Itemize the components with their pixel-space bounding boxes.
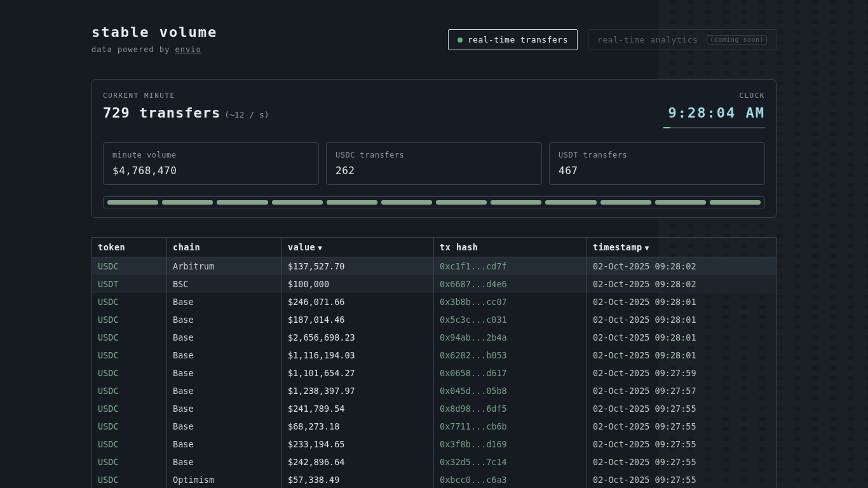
sort-descending-icon: ▼ bbox=[318, 244, 322, 252]
minute-segment bbox=[600, 200, 651, 205]
column-header-chain[interactable]: chain bbox=[167, 238, 282, 257]
chain-cell: Base bbox=[167, 453, 282, 471]
tab-realtime-transfers[interactable]: real-time transfers bbox=[448, 29, 578, 50]
txhash-cell[interactable]: 0x6687...d4e6 bbox=[434, 275, 587, 293]
timestamp-cell: 02-Oct-2025 09:27:55 bbox=[587, 471, 776, 488]
txhash-cell[interactable]: 0x0658...d617 bbox=[434, 364, 587, 382]
stat-usdc-transfers: USDC transfers 262 bbox=[326, 142, 542, 185]
view-tabs: real-time transfers real-time analytics … bbox=[448, 29, 776, 50]
minute-segment-bar bbox=[103, 196, 765, 208]
token-cell: USDC bbox=[92, 293, 167, 311]
txhash-cell[interactable]: 0x045d...05b8 bbox=[434, 382, 587, 400]
column-header-value[interactable]: value▼ bbox=[282, 238, 434, 257]
coming-soon-badge: (coming soon) bbox=[707, 35, 767, 44]
token-cell: USDC bbox=[92, 364, 167, 382]
minute-segment bbox=[491, 200, 541, 205]
txhash-cell[interactable]: 0x3f8b...d169 bbox=[434, 435, 587, 453]
value-cell: $1,238,397.97 bbox=[282, 382, 434, 400]
column-header-timestamp[interactable]: timestamp▼ bbox=[587, 238, 776, 257]
minute-segment bbox=[436, 200, 487, 205]
value-cell: $1,116,194.03 bbox=[282, 346, 434, 364]
token-cell: USDT bbox=[92, 275, 167, 293]
txhash-cell[interactable]: 0x94ab...2b4a bbox=[434, 329, 587, 346]
subtitle-text: data powered by bbox=[92, 45, 175, 54]
value-cell: $1,101,654.27 bbox=[282, 364, 434, 382]
minute-segment bbox=[545, 200, 596, 205]
timestamp-cell: 02-Oct-2025 09:28:01 bbox=[587, 293, 776, 311]
clock-block: CLOCK 9:28:04 AM bbox=[663, 92, 765, 128]
chain-cell: Base bbox=[167, 400, 282, 417]
minute-segment bbox=[272, 200, 323, 205]
minute-segment bbox=[381, 200, 432, 205]
table-row: USDCBase$1,238,397.970x045d...05b802-Oct… bbox=[92, 382, 776, 400]
transfers-table-body: USDCArbitrum$137,527.700xc1f1...cd7f02-O… bbox=[92, 257, 776, 488]
txhash-cell[interactable]: 0x3b8b...cc07 bbox=[434, 293, 587, 311]
txhash-cell[interactable]: 0x8d98...6df5 bbox=[434, 400, 587, 417]
table-row: USDCBase$1,116,194.030x6282...b05302-Oct… bbox=[92, 346, 776, 364]
txhash-cell[interactable]: 0xc1f1...cd7f bbox=[434, 257, 587, 276]
transfers-table-header: tokenchainvalue▼tx hashtimestamp▼ bbox=[92, 238, 776, 257]
chain-cell: Base bbox=[167, 293, 282, 311]
txhash-cell[interactable]: 0x6282...b053 bbox=[434, 346, 587, 364]
page: stable volume data powered by envio real… bbox=[92, 0, 776, 488]
txhash-cell[interactable]: 0x5c3c...c031 bbox=[434, 311, 587, 329]
stat-value: $4,768,470 bbox=[112, 165, 309, 177]
chain-cell: Base bbox=[167, 417, 282, 435]
transfer-count-line: 729 transfers(~12 / s) bbox=[103, 105, 269, 121]
minute-segment bbox=[217, 200, 268, 205]
table-row: USDCBase$2,656,698.230x94ab...2b4a02-Oct… bbox=[92, 329, 776, 346]
transfers-table: tokenchainvalue▼tx hashtimestamp▼ USDCAr… bbox=[92, 237, 776, 488]
stat-label: USDT transfers bbox=[559, 151, 756, 159]
timestamp-cell: 02-Oct-2025 09:27:55 bbox=[587, 417, 776, 435]
chain-cell: BSC bbox=[167, 275, 282, 293]
token-cell: USDC bbox=[92, 329, 167, 346]
tab-realtime-analytics[interactable]: real-time analytics (coming soon) bbox=[588, 29, 776, 50]
table-row: USDCBase$187,014.460x5c3c...c03102-Oct-2… bbox=[92, 311, 776, 329]
clock-time: 9:28:04 AM bbox=[663, 105, 765, 121]
table-row: USDCBase$233,194.650x3f8b...d16902-Oct-2… bbox=[92, 435, 776, 453]
chain-cell: Base bbox=[167, 346, 282, 364]
txhash-cell[interactable]: 0x7711...cb6b bbox=[434, 417, 587, 435]
minute-segment bbox=[327, 200, 377, 205]
envio-link[interactable]: envio bbox=[175, 45, 201, 54]
value-cell: $100,000 bbox=[282, 275, 434, 293]
chain-cell: Base bbox=[167, 382, 282, 400]
minute-segment bbox=[162, 200, 213, 205]
table-row: USDCBase$1,101,654.270x0658...d61702-Oct… bbox=[92, 364, 776, 382]
table-row: USDCBase$241,789.540x8d98...6df502-Oct-2… bbox=[92, 400, 776, 417]
token-cell: USDC bbox=[92, 257, 167, 276]
clock-progress-bar bbox=[663, 127, 765, 128]
stat-boxes: minute volume $4,768,470 USDC transfers … bbox=[103, 142, 765, 185]
chain-cell: Base bbox=[167, 311, 282, 329]
timestamp-cell: 02-Oct-2025 09:27:57 bbox=[587, 382, 776, 400]
topbar: stable volume data powered by envio real… bbox=[92, 24, 776, 54]
minute-segment bbox=[107, 200, 158, 205]
minute-segment bbox=[655, 200, 706, 205]
value-cell: $187,014.46 bbox=[282, 311, 434, 329]
timestamp-cell: 02-Oct-2025 09:28:02 bbox=[587, 275, 776, 293]
timestamp-cell: 02-Oct-2025 09:27:55 bbox=[587, 400, 776, 417]
stat-label: USDC transfers bbox=[336, 151, 532, 159]
chain-cell: Base bbox=[167, 329, 282, 346]
txhash-cell[interactable]: 0x32d5...7c14 bbox=[434, 453, 587, 471]
transfer-rate: (~12 / s) bbox=[224, 110, 269, 119]
clock-label: CLOCK bbox=[663, 92, 765, 100]
brand: stable volume data powered by envio bbox=[92, 24, 217, 54]
txhash-cell[interactable]: 0xbcc0...c6a3 bbox=[434, 471, 587, 488]
column-header-tx-hash[interactable]: tx hash bbox=[434, 238, 587, 257]
page-title: stable volume bbox=[92, 24, 217, 40]
chain-cell: Base bbox=[167, 364, 282, 382]
header-row: tokenchainvalue▼tx hashtimestamp▼ bbox=[92, 238, 776, 257]
table-row: USDCBase$68,273.180x7711...cb6b02-Oct-20… bbox=[92, 417, 776, 435]
minute-summary: CURRENT MINUTE 729 transfers(~12 / s) bbox=[103, 92, 269, 121]
stat-minute-volume: minute volume $4,768,470 bbox=[103, 142, 319, 185]
value-cell: $2,656,698.23 bbox=[282, 329, 434, 346]
token-cell: USDC bbox=[92, 346, 167, 364]
chain-cell: Base bbox=[167, 435, 282, 453]
value-cell: $246,071.66 bbox=[282, 293, 434, 311]
column-header-token[interactable]: token bbox=[92, 238, 167, 257]
timestamp-cell: 02-Oct-2025 09:27:55 bbox=[587, 435, 776, 453]
token-cell: USDC bbox=[92, 435, 167, 453]
token-cell: USDC bbox=[92, 382, 167, 400]
transfer-count: 729 transfers bbox=[103, 105, 220, 121]
